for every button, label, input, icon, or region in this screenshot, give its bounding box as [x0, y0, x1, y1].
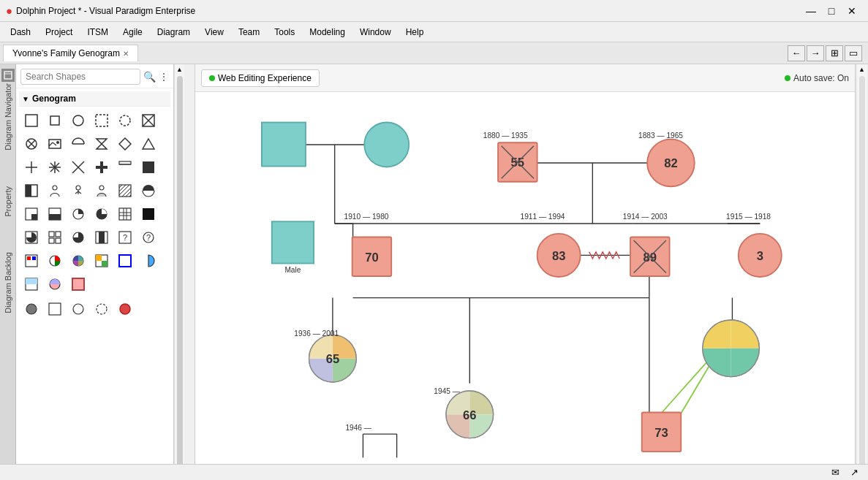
shape-bottom-3[interactable]: [67, 298, 89, 320]
shape-three-quarter[interactable]: [91, 203, 113, 225]
shape-person-2[interactable]: [67, 180, 89, 202]
menu-diagram[interactable]: Diagram: [150, 24, 197, 40]
scroll-thumb[interactable]: [177, 76, 183, 468]
menu-itsm[interactable]: ITSM: [80, 24, 116, 40]
right-vscrollbar[interactable]: ▲ ▼: [857, 64, 867, 480]
right-scroll-up[interactable]: ▲: [857, 64, 867, 75]
shape-x-square[interactable]: [137, 110, 159, 132]
category-arrow: ▼: [22, 95, 29, 103]
svg-rect-78: [96, 255, 102, 261]
shape-sq-outline-b[interactable]: [114, 250, 136, 272]
shape-half-circle-fill[interactable]: [137, 180, 159, 202]
shape-q-ci[interactable]: ?: [137, 226, 159, 248]
close-button[interactable]: ✕: [842, 3, 862, 19]
shape-half-ci-b[interactable]: [137, 250, 159, 272]
shape-person[interactable]: [44, 180, 66, 202]
shape-pie-sq[interactable]: [20, 226, 42, 248]
shape-sq-red[interactable]: [67, 273, 89, 295]
svg-marker-19: [143, 139, 154, 149]
shape-asterisk[interactable]: [44, 156, 66, 178]
forward-button[interactable]: →: [807, 45, 824, 61]
menu-tools[interactable]: Tools: [267, 24, 302, 40]
shape-bottom-1[interactable]: [20, 298, 42, 320]
share-button[interactable]: ↗: [846, 466, 862, 479]
more-options-button[interactable]: ⋮: [159, 71, 169, 83]
shape-panel-scroll[interactable]: ▼ Genogram: [16, 88, 173, 480]
search-button[interactable]: 🔍: [143, 71, 156, 83]
shape-picture[interactable]: [44, 133, 66, 155]
shape-bottom-5[interactable]: [114, 298, 136, 320]
minimize-button[interactable]: —: [801, 3, 821, 19]
shape-black-sq[interactable]: [137, 203, 159, 225]
shape-plus-thick[interactable]: [91, 156, 113, 178]
shape-diamond[interactable]: [114, 133, 136, 155]
gen1-female[interactable]: [364, 123, 409, 167]
shape-filled-square[interactable]: [137, 156, 159, 178]
shape-person-3[interactable]: [91, 180, 113, 202]
shape-sq-color[interactable]: [91, 250, 113, 272]
svg-rect-82: [26, 278, 37, 284]
shape-grid-sq2[interactable]: [44, 226, 66, 248]
genogram-category[interactable]: ▼ Genogram: [19, 91, 170, 107]
shape-hatched[interactable]: [114, 180, 136, 202]
category-label: Genogram: [32, 94, 76, 104]
shape-q-sq[interactable]: ?: [114, 226, 136, 248]
shape-panel-scrollbar[interactable]: ▲ ▼: [174, 64, 184, 480]
shape-circle-x[interactable]: [20, 133, 42, 155]
shape-triangle[interactable]: [137, 133, 159, 155]
shape-grid[interactable]: [114, 203, 136, 225]
gen1-male[interactable]: [262, 123, 306, 167]
shape-circle-outline[interactable]: [67, 110, 89, 132]
svg-rect-86: [49, 303, 61, 315]
shape-half-circle[interactable]: [67, 133, 89, 155]
shape-half-fill[interactable]: [20, 180, 42, 202]
shape-red-sq[interactable]: [20, 250, 42, 272]
shape-rect-small[interactable]: [44, 110, 66, 132]
right-scroll-thumb[interactable]: [859, 76, 865, 468]
shape-bottom-2[interactable]: [44, 298, 66, 320]
shape-circle-dashed[interactable]: [114, 110, 136, 132]
shape-rect-outline[interactable]: [20, 110, 42, 132]
shape-pie-circ[interactable]: [67, 226, 89, 248]
menu-view[interactable]: View: [197, 24, 231, 40]
menu-window[interactable]: Window: [352, 24, 399, 40]
scroll-up-arrow[interactable]: ▲: [175, 64, 184, 75]
sidebar-navigator[interactable]: Diagram Navigator: [1, 66, 15, 153]
menu-team[interactable]: Team: [231, 24, 267, 40]
maximize-button[interactable]: □: [821, 3, 842, 19]
back-button[interactable]: ←: [788, 45, 805, 61]
svg-rect-32: [143, 161, 154, 173]
shape-stripe[interactable]: [91, 226, 113, 248]
gen2-male[interactable]: [272, 221, 314, 263]
menu-project[interactable]: Project: [38, 24, 80, 40]
shape-color-pie[interactable]: [44, 250, 66, 272]
mail-button[interactable]: ✉: [827, 466, 843, 479]
shape-ci-halves[interactable]: [44, 273, 66, 295]
diagram-canvas[interactable]: Male 70 55 82 83 89: [195, 92, 855, 470]
shape-hourglass[interactable]: [91, 133, 113, 155]
menu-dash[interactable]: Dash: [3, 24, 38, 40]
shape-multi-pie[interactable]: [67, 250, 89, 272]
sidebar-property[interactable]: Property: [4, 183, 12, 220]
shape-sq-halves[interactable]: [20, 273, 42, 295]
shape-big-x[interactable]: [67, 156, 89, 178]
diagram-tab[interactable]: Yvonne's Family Genogram ✕: [3, 45, 138, 61]
left-sidebar: Diagram Navigator Property Diagram Backl…: [0, 64, 16, 480]
panel-button[interactable]: ▭: [845, 45, 862, 61]
shape-x-thick[interactable]: [114, 156, 136, 178]
sidebar-backlog[interactable]: Diagram Backlog: [4, 249, 12, 316]
shape-sq-fill-br[interactable]: [20, 203, 42, 225]
svg-rect-84: [72, 278, 84, 290]
web-editing-tab[interactable]: Web Editing Experience: [201, 69, 320, 87]
shape-bottom-4[interactable]: [91, 298, 113, 320]
shape-quarter[interactable]: [67, 203, 89, 225]
menu-modeling[interactable]: Modeling: [302, 24, 352, 40]
shape-half-sq[interactable]: [44, 203, 66, 225]
shape-cross[interactable]: [20, 156, 42, 178]
menu-agile[interactable]: Agile: [116, 24, 150, 40]
shape-rect-dashed[interactable]: [91, 110, 113, 132]
search-input[interactable]: [20, 69, 140, 85]
menu-help[interactable]: Help: [399, 24, 431, 40]
diagram-tab-close[interactable]: ✕: [123, 50, 129, 58]
grid-view-button[interactable]: ⊞: [826, 45, 843, 61]
